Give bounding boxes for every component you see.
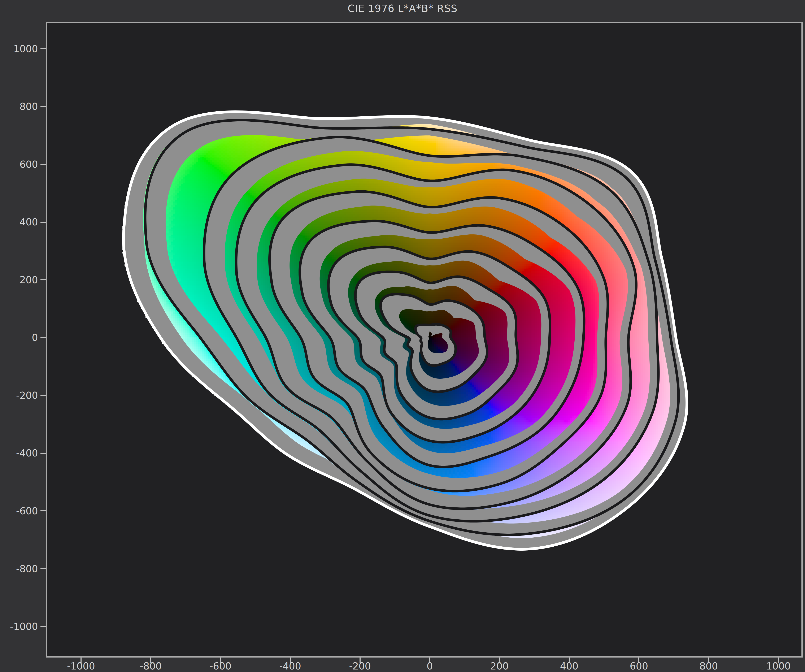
plot-area xyxy=(46,22,803,657)
gamut-rings-canvas xyxy=(47,23,802,656)
figure-window: { "title": "CIE 1976 L*A*B* RSS", "color… xyxy=(0,0,805,672)
x-tick-label: 600 xyxy=(630,660,648,672)
x-tick-label: -400 xyxy=(279,660,301,672)
x-tick-label: -800 xyxy=(140,660,162,672)
x-tick-label: 400 xyxy=(560,660,578,672)
x-tick-label: -200 xyxy=(349,660,371,672)
y-tick-mark xyxy=(41,453,46,454)
y-tick-label: 200 xyxy=(20,274,38,286)
y-tick-label: 600 xyxy=(20,159,38,170)
y-tick-mark xyxy=(41,222,46,223)
y-tick-mark xyxy=(41,395,46,396)
y-tick-label: -200 xyxy=(16,390,38,401)
x-tick-label: -600 xyxy=(210,660,232,672)
y-tick-mark xyxy=(41,164,46,165)
x-tick-label: 800 xyxy=(700,660,718,672)
y-tick-label: -600 xyxy=(16,505,38,517)
y-tick-mark xyxy=(41,510,46,511)
y-tick-label: 0 xyxy=(32,332,38,343)
y-tick-label: 800 xyxy=(20,101,38,112)
y-tick-mark xyxy=(41,279,46,280)
y-tick-label: -400 xyxy=(16,447,38,459)
y-tick-label: -800 xyxy=(16,563,38,575)
x-tick-label: 200 xyxy=(490,660,509,672)
x-tick-label: 0 xyxy=(427,660,433,672)
y-tick-label: 1000 xyxy=(13,43,38,54)
y-tick-mark xyxy=(41,48,46,49)
y-tick-mark xyxy=(41,106,46,107)
y-tick-label: 400 xyxy=(20,216,38,228)
x-tick-label: 1000 xyxy=(766,660,791,672)
y-tick-label: -1000 xyxy=(10,621,38,632)
chart-title: CIE 1976 L*A*B* RSS xyxy=(0,3,805,14)
y-tick-mark xyxy=(41,568,46,569)
y-tick-mark xyxy=(41,626,46,627)
y-tick-mark xyxy=(41,337,46,338)
x-tick-label: -1000 xyxy=(67,660,95,672)
